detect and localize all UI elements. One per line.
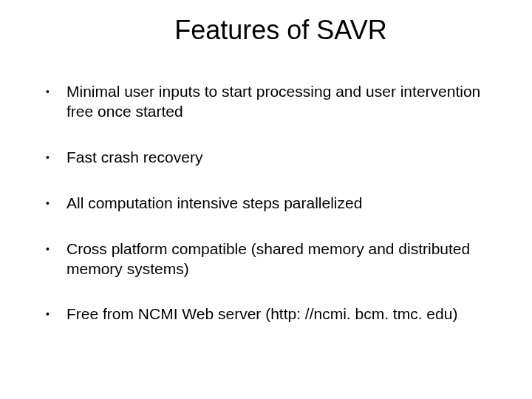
bullet-dot-icon: •	[44, 304, 66, 324]
bullet-dot-icon: •	[44, 239, 66, 259]
bullet-text: Cross platform compatible (shared memory…	[66, 239, 495, 279]
slide: Features of SAVR • Minimal user inputs t…	[0, 0, 532, 399]
bullet-text: All computation intensive steps parallel…	[66, 193, 495, 213]
bullet-text: Free from NCMI Web server (http: //ncmi.…	[66, 304, 495, 324]
bullet-dot-icon: •	[44, 147, 66, 168]
list-item: • Cross platform compatible (shared memo…	[44, 239, 495, 279]
bullet-dot-icon: •	[44, 193, 66, 214]
bullet-text: Fast crash recovery	[66, 147, 495, 167]
page-title: Features of SAVR	[30, 15, 502, 46]
bullet-list: • Minimal user inputs to start processin…	[30, 81, 502, 324]
list-item: • All computation intensive steps parall…	[44, 193, 495, 214]
list-item: • Minimal user inputs to start processin…	[44, 81, 495, 122]
list-item: • Fast crash recovery	[44, 147, 495, 168]
list-item: • Free from NCMI Web server (http: //ncm…	[44, 304, 495, 324]
bullet-dot-icon: •	[44, 81, 66, 102]
bullet-text: Minimal user inputs to start processing …	[66, 81, 495, 122]
